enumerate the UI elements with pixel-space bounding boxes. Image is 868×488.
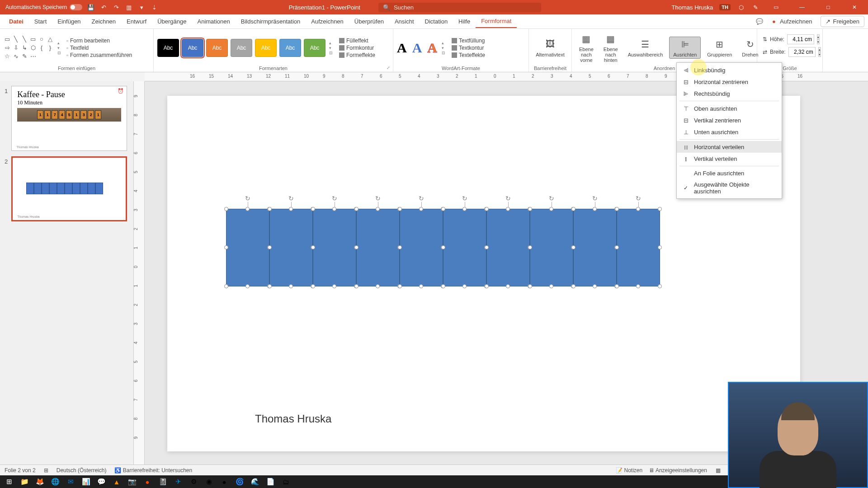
shape-line-icon[interactable]: ╲	[12, 36, 19, 43]
rectangle-shape[interactable]	[486, 209, 530, 286]
resize-handle[interactable]	[658, 207, 662, 211]
rectangle-shape[interactable]	[400, 209, 443, 286]
ink-icon[interactable]: ✎	[751, 3, 760, 11]
resize-handle[interactable]	[571, 207, 576, 211]
explorer-icon[interactable]: 📁	[17, 475, 32, 488]
from-beginning-icon[interactable]: ▥	[125, 3, 133, 11]
menu-animations[interactable]: Animationen	[192, 15, 235, 28]
text-fill-button[interactable]: Textfüllung	[452, 38, 485, 44]
rotate-handle[interactable]	[548, 195, 555, 202]
rotate-handle[interactable]	[635, 195, 642, 202]
align-to-slide-item[interactable]: An Folie ausrichten	[677, 168, 782, 179]
resize-handle[interactable]	[245, 284, 250, 288]
resize-handle[interactable]	[593, 284, 597, 288]
menu-slideshow[interactable]: Bildschirmpräsentation	[236, 15, 306, 28]
menu-design[interactable]: Entwurf	[121, 15, 152, 28]
resize-handle[interactable]	[268, 284, 272, 288]
wordart-style-3[interactable]: A	[427, 40, 437, 56]
start-button[interactable]: ⊞	[2, 475, 16, 488]
app-icon-4[interactable]: ⚙	[186, 475, 201, 488]
close-icon[interactable]: ✕	[844, 0, 864, 14]
menu-start[interactable]: Start	[29, 15, 52, 28]
resize-handle[interactable]	[658, 284, 662, 288]
height-up-icon[interactable]: ▴	[817, 34, 820, 39]
qat-overflow-icon[interactable]: ⇣	[150, 3, 158, 11]
shape-arrow2-icon[interactable]: ⇩	[12, 44, 19, 52]
resize-handle[interactable]	[549, 207, 553, 211]
edit-shape-button[interactable]: Form bearbeiten	[66, 38, 132, 44]
shape-line2-icon[interactable]: ╲	[21, 36, 28, 43]
user-initials[interactable]: TH	[719, 4, 731, 10]
styles-launcher-icon[interactable]: ⤢	[387, 66, 391, 70]
style-gray[interactable]: Abc	[231, 39, 252, 57]
send-backward-button[interactable]: ▦ Ebene nach hinten	[600, 32, 622, 64]
chrome-icon[interactable]: 🌐	[48, 475, 62, 488]
rectangle-shape[interactable]	[356, 209, 400, 286]
resize-handle[interactable]	[268, 207, 272, 211]
menu-view[interactable]: Ansicht	[389, 15, 420, 28]
height-input[interactable]	[787, 34, 814, 44]
maximize-icon[interactable]: □	[818, 0, 838, 14]
resize-handle[interactable]	[376, 207, 380, 211]
outlook-icon[interactable]: ✉	[63, 475, 78, 488]
shape-effects-button[interactable]: Formeffekte	[339, 52, 375, 58]
resize-handle[interactable]	[615, 284, 619, 288]
style-black[interactable]: Abc	[157, 39, 179, 57]
undo-icon[interactable]: ↶	[99, 3, 108, 11]
shape-styles-gallery[interactable]: Abc Abc Abc Abc Abc Abc Abc	[157, 39, 326, 57]
align-bottom-item[interactable]: ⊥Unten ausrichten	[677, 126, 782, 138]
ribbon-options-icon[interactable]: ▭	[766, 0, 786, 14]
menu-review[interactable]: Überprüfen	[349, 15, 389, 28]
text-field-button[interactable]: Textfeld	[66, 45, 132, 51]
edge-icon[interactable]: 🌊	[248, 475, 262, 488]
resize-handle[interactable]	[289, 284, 293, 288]
resize-handle[interactable]	[528, 245, 532, 249]
shape-hex-icon[interactable]: ⬡	[29, 44, 37, 52]
app-icon-7[interactable]: 🌀	[232, 475, 247, 488]
comments-icon[interactable]: 💬	[755, 18, 764, 26]
accessibility-indicator-icon[interactable]: ⊞	[44, 467, 48, 474]
accessibility-status[interactable]: ♿ Barrierefreiheit: Untersuchen	[114, 467, 192, 474]
resize-handle[interactable]	[398, 284, 402, 288]
menu-file[interactable]: Datei	[4, 15, 29, 28]
text-outline-button[interactable]: Textkontur	[452, 45, 485, 51]
resize-handle[interactable]	[462, 284, 467, 288]
shape-more-icon[interactable]: ⋯	[29, 53, 37, 60]
selected-shapes-group[interactable]	[226, 209, 660, 286]
shapes-gallery[interactable]: ▭ ╲ ╲ ▭ ○ △ ⇨ ⇩ ↳ ⬡ { } ☆ ∿ ✎ ⋯	[4, 36, 54, 60]
wordart-style-1[interactable]: A	[397, 40, 407, 56]
width-input[interactable]	[788, 47, 816, 57]
shape-connector-icon[interactable]: ↳	[21, 44, 28, 52]
resize-handle[interactable]	[485, 207, 489, 211]
redo-icon[interactable]: ↷	[112, 3, 120, 11]
distribute-v-item[interactable]: ⫿Vertikal verteilen	[677, 153, 782, 164]
rotate-handle[interactable]	[288, 195, 295, 202]
menu-dictation[interactable]: Dictation	[420, 15, 453, 28]
resize-handle[interactable]	[441, 284, 445, 288]
align-button[interactable]: ⊫ Ausrichten	[669, 37, 701, 59]
merge-shapes-button[interactable]: Formen zusammenführen	[66, 52, 132, 58]
app-icon-5[interactable]: ◉	[202, 475, 216, 488]
resize-handle[interactable]	[354, 284, 359, 288]
resize-handle[interactable]	[528, 207, 532, 211]
style-yellow[interactable]: Abc	[255, 39, 277, 57]
resize-handle[interactable]	[354, 245, 359, 249]
resize-handle[interactable]	[354, 207, 359, 211]
coming-soon-icon[interactable]: ⬡	[737, 3, 745, 11]
vlc-icon[interactable]: ▲	[109, 475, 124, 488]
wordart-style-2[interactable]: A	[412, 40, 422, 56]
app-icon-2[interactable]: 📷	[125, 475, 139, 488]
app-icon-8[interactable]: 📄	[263, 475, 278, 488]
align-top-item[interactable]: ⊤Oben ausrichten	[677, 103, 782, 114]
app-icon-6[interactable]: ●	[217, 475, 231, 488]
align-selected-item[interactable]: ✓Ausgewählte Objekte ausrichten	[677, 179, 782, 197]
style-blue[interactable]: Abc	[182, 39, 203, 57]
style-green[interactable]: Abc	[304, 39, 326, 57]
width-down-icon[interactable]: ▾	[818, 52, 821, 57]
menu-insert[interactable]: Einfügen	[52, 15, 86, 28]
group-button[interactable]: ⊞ Gruppieren	[703, 37, 736, 58]
menu-record[interactable]: Aufzeichnen	[306, 15, 349, 28]
menu-help[interactable]: Hilfe	[453, 15, 476, 28]
align-right-item[interactable]: ⫸Rechtsbündig	[677, 88, 782, 99]
resize-handle[interactable]	[593, 207, 597, 211]
